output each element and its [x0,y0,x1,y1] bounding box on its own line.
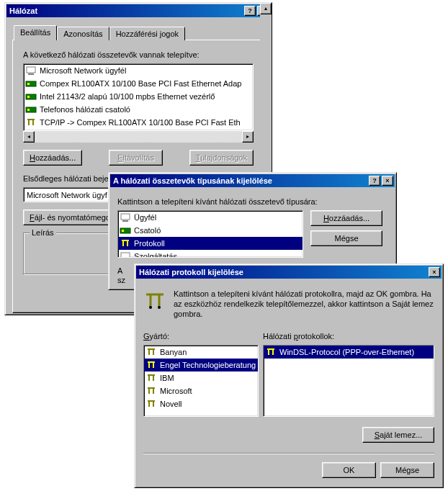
protocol-icon [145,372,157,384]
list-item[interactable]: WinDSL-Protocol (PPP-over-Ethernet) [264,346,434,359]
scroll-left-icon[interactable]: ◂ [23,131,35,143]
cancel-button[interactable]: Mégse [380,462,434,478]
description-label: Leírás [30,228,56,237]
list-item-label: WinDSL-Protocol (PPP-over-Ethernet) [279,348,414,356]
window-title: Hálózati protokoll kijelölése [138,268,427,276]
adapter-icon [25,91,37,102]
service-icon [120,251,131,258]
scroll-right-icon[interactable]: ▸ [242,131,254,143]
protocols-label: Hálózati protokollok: [263,332,434,341]
window-title: Hálózat [8,6,243,15]
list-item[interactable]: Microsoft Network ügyfél [24,64,241,77]
adapter-icon [25,78,37,89]
manufacturer-label: Gyártó: [143,332,259,341]
svg-rect-11 [121,214,130,220]
close-button[interactable]: × [429,267,440,277]
component-type-list[interactable]: Ügyfél Csatoló Protokoll Szolgáltatás [117,210,303,258]
tab-strip: Beállítás Azonosítás Hozzáférési jogok [14,27,264,40]
network-components-list[interactable]: Microsoft Network ügyfél Compex RL100ATX… [23,63,254,131]
client-icon [120,212,131,223]
file-print-button[interactable]: Fájl- és nyomtatómego [23,210,117,225]
protocol-icon [265,346,277,358]
list-item-label: Intel 21143/2 alapú 10/100 mpbs Ethernet… [40,92,215,101]
list-item-label: Telefonos hálózati csatoló [40,105,130,114]
list-item[interactable]: Telefonos hálózati csatoló [24,103,241,116]
titlebar: Hálózat ? × [6,4,270,17]
list-item[interactable]: Protokoll [118,237,303,250]
components-label: A következő hálózati összetevők vannak t… [23,50,254,59]
svg-rect-0 [27,67,35,73]
list-item-label: Microsoft Network ügyfél [40,66,126,75]
svg-rect-1 [28,73,34,75]
list-item-label: Protokoll [134,239,165,248]
list-item-label: IBM [160,374,174,382]
list-item[interactable]: Csatoló [118,224,303,237]
list-item-label: Banyan [160,348,187,356]
manufacturer-list[interactable]: Banyan Engel Technologieberatung IBM Mic… [143,345,259,417]
list-item-label: Ügyfél [134,213,156,222]
remove-button[interactable]: Eltávolítás [109,150,163,166]
titlebar: A hálózati összetevők típusának kijelölé… [110,174,395,187]
svg-rect-14 [122,230,124,232]
list-item[interactable]: Ügyfél [118,211,303,224]
list-item-label: Szolgáltatás [134,252,177,258]
partial-text: Asz [117,266,125,285]
list-item[interactable]: Compex RL100ATX 10/100 Base PCI Fast Eth… [24,77,241,90]
have-disk-button[interactable]: Saját lemez... [362,427,434,443]
svg-rect-7 [27,109,30,111]
list-item[interactable]: TCP/IP -> Compex RL100ATX 10/100 Base PC… [24,116,241,129]
help-button[interactable]: ? [244,6,256,16]
tab-identification[interactable]: Azonosítás [57,27,109,40]
add-button[interactable]: Hozzáadás... [310,210,382,226]
protocol-icon [25,117,37,128]
properties-button[interactable]: Tulajdonságok [189,150,254,166]
client-icon [25,65,37,76]
svg-point-23 [149,306,152,309]
list-item[interactable]: Banyan [144,346,258,359]
list-item-label: TCP/IP -> Compex RL100ATX 10/100 Base PC… [40,118,241,127]
protocol-icon [145,385,157,397]
window-title: A hálózati összetevők típusának kijelölé… [112,176,367,185]
svg-rect-12 [122,220,128,222]
list-item[interactable]: Microsoft [144,384,258,397]
list-item-label: Csatoló [134,226,161,235]
list-item[interactable]: Intel 21143/2 alapú 10/100 mpbs Ethernet… [24,90,241,103]
svg-rect-18 [121,253,130,258]
list-item-label: Compex RL100ATX 10/100 Base PCI Fast Eth… [40,79,241,88]
protocol-select-dialog: Hálózati protokoll kijelölése × Kattints… [134,263,444,488]
list-item[interactable]: IBM [144,371,258,384]
protocol-icon [143,289,166,312]
add-button[interactable]: Hozzáadás... [23,150,82,166]
scrollbar-horizontal[interactable]: ◂ ▸ [23,131,254,143]
list-item-label: Engel Technologieberatung [160,361,256,369]
svg-rect-5 [27,96,30,98]
help-button[interactable]: ? [369,176,380,186]
list-item[interactable]: Novell [144,397,258,410]
protocols-list[interactable]: WinDSL-Protocol (PPP-over-Ethernet) [263,345,434,417]
cancel-button[interactable]: Mégse [310,230,382,246]
instruction-label: Kattintson a telepíteni kívánt hálózati … [117,197,387,206]
titlebar: Hálózati protokoll kijelölése × [136,266,442,279]
protocol-icon [145,359,157,371]
protocol-icon [145,398,157,410]
protocol-icon [120,238,131,249]
protocol-icon [145,346,157,358]
instruction-label: Kattintson a telepíteni kívánt hálózati … [174,289,434,319]
svg-point-24 [158,306,161,309]
list-item-label: Novell [160,400,182,408]
tab-settings[interactable]: Beállítás [14,25,57,40]
tab-access[interactable]: Hozzáférési jogok [109,27,185,40]
list-item[interactable]: Engel Technologieberatung [144,359,258,371]
svg-rect-3 [27,83,30,85]
list-item[interactable]: Szolgáltatás [118,250,303,258]
close-button[interactable]: × [382,176,393,186]
ok-button[interactable]: OK [322,462,376,478]
adapter-icon [120,225,131,236]
adapter-icon [25,104,37,115]
list-item-label: Microsoft [160,387,192,395]
